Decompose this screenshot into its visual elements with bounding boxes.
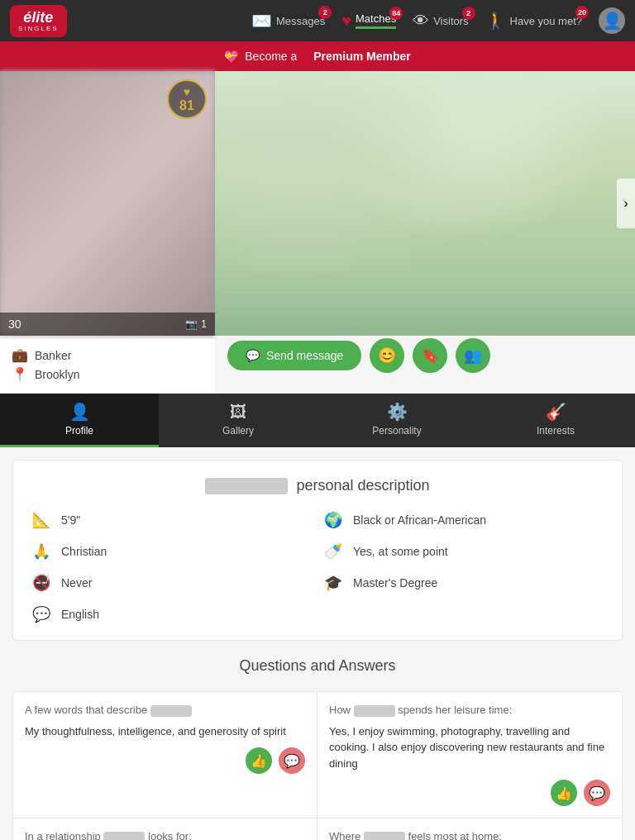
photo-count-number: 1 (201, 318, 207, 330)
location-icon: 📍 (12, 366, 28, 382)
qa-actions-1: 👍 💬 (25, 747, 305, 774)
personality-tab-icon: ⚙️ (387, 402, 408, 422)
nav-matches[interactable]: ♥ Matches 84 (341, 12, 396, 31)
bookmark-icon: 🔖 (421, 346, 439, 365)
heart-score-icon: ♥ (184, 85, 190, 98)
profession-item: 💼 Banker (12, 347, 203, 363)
interests-tab-icon: 🎸 (546, 402, 566, 422)
logo[interactable]: élite SINGLES (10, 5, 67, 37)
qa-item-4: Where feels most at home: In any situati… (318, 819, 622, 840)
children-value: Yes, at some point (353, 545, 448, 558)
camera-icon: 📷 (185, 318, 198, 330)
smoking-icon: 🚭 (30, 574, 53, 592)
send-message-button[interactable]: 💬 Send message (227, 341, 361, 370)
haveyoumet-badge: 20 (575, 6, 589, 19)
qa-title: Questions and Answers (12, 657, 623, 675)
profile-area: ♥ 81 30 📷 1 › 💼 Banker 📍 Brooklyn 💬 Send (0, 71, 635, 394)
personal-desc-label: personal description (296, 477, 429, 494)
qa-question-1: A few words that describe (25, 704, 305, 717)
cover-photo: › (215, 71, 635, 336)
header-nav: ✉️ Messages 2 ♥ Matches 84 👁 Visitors 2 … (251, 7, 625, 34)
qa-q2-name (354, 705, 395, 717)
logo-text-top: élite (23, 10, 53, 25)
action-bar: 💬 Send message 😊 🔖 👥 (227, 338, 490, 373)
qa-question-2: How spends her leisure time: (329, 704, 610, 717)
header: élite SINGLES ✉️ Messages 2 ♥ Matches 84… (0, 0, 635, 41)
nav-visitors[interactable]: 👁 Visitors 2 (413, 12, 468, 31)
tab-profile[interactable]: 👤 Profile (0, 394, 159, 447)
premium-banner[interactable]: 💝 Become a Premium Member (0, 41, 635, 71)
personality-tab-label: Personality (372, 425, 421, 437)
profile-info-bar: 💼 Banker 📍 Brooklyn (0, 339, 215, 394)
qa-item-3: In a relationship looks for: Truthfulnes… (13, 819, 318, 840)
qa-actions-2: 👍 💬 (329, 780, 610, 806)
eye-icon: 👁 (413, 12, 429, 31)
location-item: 📍 Brooklyn (12, 366, 203, 382)
qa-row-1: A few words that describe My thoughtfuln… (13, 692, 622, 819)
profile-photo[interactable]: ♥ 81 30 📷 1 (0, 71, 215, 336)
qa-q2-suffix: spends her leisure time: (395, 704, 513, 716)
qa-grid: A few words that describe My thoughtfuln… (12, 691, 623, 840)
qa-q1-prefix: A few words that describe (25, 704, 150, 716)
photo-bar: 30 📷 1 (0, 313, 215, 336)
smile-icon: 😊 (378, 346, 396, 365)
gallery-tab-icon: 🖼 (230, 403, 246, 422)
qa-answer-1: My thoughtfulness, intelligence, and gen… (25, 723, 305, 740)
detail-religion: 🙏 Christian (30, 542, 313, 561)
qa-q4-suffix: feels most at home: (405, 830, 502, 840)
qa-q3-prefix: In a relationship (25, 830, 103, 840)
heart-icon: ♥ (341, 12, 351, 31)
qa-answer-2: Yes, I enjoy swimming, photography, trav… (329, 723, 610, 772)
detail-language: 💬 English (30, 605, 313, 623)
smile-button[interactable]: 😊 (370, 338, 404, 373)
silhouette-icon: 🚶 (485, 11, 506, 31)
chat-icon: 💬 (246, 349, 260, 362)
messages-badge: 2 (318, 6, 332, 19)
tab-gallery[interactable]: 🖼 Gallery (159, 394, 318, 447)
envelope-icon: ✉️ (251, 11, 272, 31)
logo-text-bottom: SINGLES (18, 25, 59, 32)
qa-q1-name (150, 705, 192, 717)
religion-value: Christian (61, 545, 107, 558)
detail-children: 🍼 Yes, at some point (322, 542, 605, 561)
cover-trees-bg (215, 71, 635, 336)
photo-count: 📷 1 (185, 318, 207, 330)
details-grid: 📐 5'9" 🌍 Black or African-American 🙏 Chr… (30, 511, 605, 623)
language-icon: 💬 (30, 605, 53, 623)
height-icon: 📐 (30, 511, 53, 529)
nav-haveyoumet[interactable]: 🚶 Have you met? 20 (485, 11, 582, 31)
detail-education: 🎓 Master's Degree (322, 574, 605, 592)
bookmark-button[interactable]: 🔖 (413, 338, 447, 373)
match-score: ♥ 81 (167, 79, 207, 119)
qa-skip-2[interactable]: 💬 (584, 780, 610, 806)
gallery-tab-label: Gallery (222, 425, 254, 437)
height-value: 5'9" (61, 513, 80, 527)
baby-icon: 🍼 (322, 542, 345, 561)
premium-text-link[interactable]: Premium Member (313, 50, 410, 63)
qa-question-4: Where feels most at home: (329, 830, 610, 840)
score-number: 81 (179, 98, 194, 113)
qa-q4-name (364, 832, 405, 840)
profile-tab-label: Profile (65, 425, 93, 437)
qa-like-1[interactable]: 👍 (246, 747, 272, 774)
qa-q3-suffix: looks for: (145, 830, 191, 840)
qa-skip-1[interactable]: 💬 (279, 747, 305, 774)
add-user-icon: 👥 (464, 346, 482, 365)
send-message-label: Send message (266, 349, 343, 362)
qa-item-2: How spends her leisure time: Yes, I enjo… (318, 692, 622, 818)
personal-desc-title: personal description (30, 477, 605, 494)
main-content: personal description 📐 5'9" 🌍 Black or A… (0, 460, 635, 840)
ethnicity-value: Black or African-American (353, 513, 486, 527)
next-photo-button[interactable]: › (617, 179, 635, 228)
matches-badge: 84 (389, 7, 403, 20)
tab-interests[interactable]: 🎸 Interests (476, 394, 635, 447)
nav-messages[interactable]: ✉️ Messages 2 (251, 11, 325, 31)
language-value: English (61, 608, 99, 621)
premium-text-before: Become a (245, 50, 297, 63)
visitors-badge: 2 (462, 7, 475, 20)
add-friend-button[interactable]: 👥 (456, 338, 490, 373)
qa-like-2[interactable]: 👍 (551, 780, 577, 806)
messages-label: Messages (276, 15, 325, 27)
user-avatar[interactable]: 👤 (599, 7, 625, 34)
tab-personality[interactable]: ⚙️ Personality (318, 394, 476, 447)
